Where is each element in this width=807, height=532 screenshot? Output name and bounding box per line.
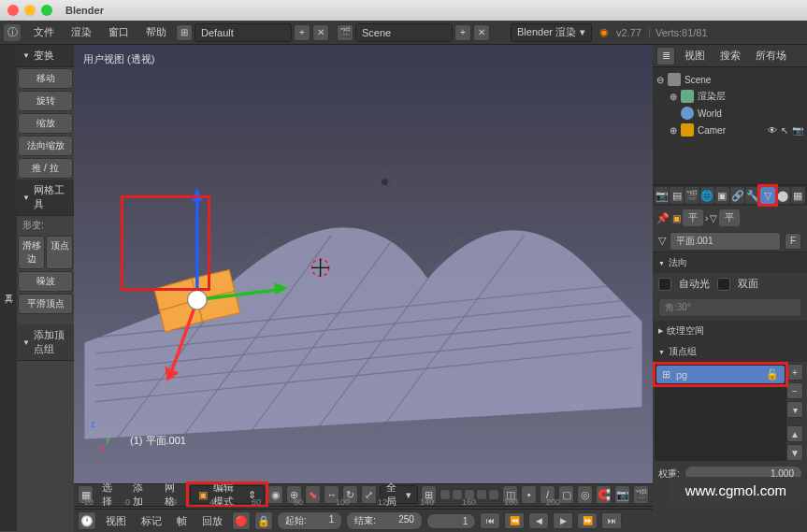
- constraints-tab-icon[interactable]: 🔗: [730, 187, 744, 204]
- maximize-window-button[interactable]: [41, 5, 52, 16]
- scene-tab-icon[interactable]: 🎬: [685, 187, 699, 204]
- jump-start-button[interactable]: ⏮: [480, 512, 500, 529]
- visibility-eye-icon[interactable]: 👁: [768, 125, 777, 136]
- outliner-world-item[interactable]: World: [656, 105, 803, 122]
- material-tab-icon[interactable]: ⬤: [776, 187, 790, 204]
- vertex-slide-button[interactable]: 顶点: [46, 236, 73, 269]
- auto-smooth-label: 自动光: [679, 277, 710, 291]
- minimize-window-button[interactable]: [24, 5, 36, 16]
- timeline-track[interactable]: -20 0 20 40 60 80 100 120 140 160 180 20…: [74, 507, 653, 510]
- fake-user-button[interactable]: F: [785, 233, 801, 250]
- close-window-button[interactable]: [7, 5, 19, 16]
- delete-layout-button[interactable]: ✕: [312, 24, 329, 41]
- normals-panel-header[interactable]: 法向: [653, 252, 807, 273]
- add-scene-button[interactable]: +: [454, 24, 471, 41]
- texture-space-panel-header[interactable]: 纹理空间: [653, 321, 807, 341]
- editor-type-outliner-icon[interactable]: ≣: [656, 47, 675, 65]
- menu-file[interactable]: 文件: [26, 22, 62, 42]
- rotate-button[interactable]: 旋转: [18, 91, 73, 111]
- outliner-camera-item[interactable]: ⊕ Camer 👁 ↖ 📷: [656, 122, 803, 138]
- shrink-fatten-button[interactable]: 法向缩放: [18, 136, 73, 156]
- data-tab-icon[interactable]: ▽: [760, 187, 774, 204]
- scene-dropdown[interactable]: Scene: [355, 23, 453, 42]
- screen-layout-dropdown[interactable]: Default: [195, 23, 292, 42]
- 3d-view-region[interactable]: z y x (1) 平面.001: [74, 74, 653, 483]
- auto-smooth-checkbox[interactable]: [658, 278, 671, 291]
- mesh-name-field[interactable]: 平面.001: [670, 232, 781, 251]
- outliner-renderlayers-item[interactable]: ⊕ 渲染层: [656, 88, 803, 105]
- keyframe-next-button[interactable]: ⏩: [577, 512, 598, 529]
- svg-point-21: [382, 179, 388, 185]
- modifiers-tab-icon[interactable]: 🔧: [745, 187, 759, 204]
- play-reverse-button[interactable]: ◀: [528, 512, 549, 529]
- pin-icon[interactable]: 📌: [656, 212, 670, 224]
- 3d-viewport[interactable]: 用户视图 (透视): [74, 45, 653, 483]
- current-frame-field[interactable]: 1: [426, 513, 477, 529]
- double-sided-checkbox[interactable]: [717, 278, 730, 291]
- menu-help[interactable]: 帮助: [138, 22, 174, 42]
- vertex-group-list[interactable]: ⊞ pg 🔓: [655, 364, 786, 461]
- outliner-tree[interactable]: ⊖ Scene ⊕ 渲染层 World ⊕ Camer 👁 ↖ 📷: [653, 67, 807, 142]
- add-vertex-group-panel[interactable]: 添加顶点组: [17, 324, 74, 361]
- datablock-name-row: ▽ 平面.001 F: [653, 230, 807, 252]
- jump-end-button[interactable]: ⏭: [601, 512, 622, 529]
- menu-render[interactable]: 渲染: [64, 22, 99, 42]
- add-layout-button[interactable]: +: [294, 24, 310, 41]
- translate-button[interactable]: 移动: [18, 68, 73, 89]
- render-tab-icon[interactable]: 📷: [655, 187, 669, 204]
- back-to-previous-icon[interactable]: ⊞: [176, 24, 193, 41]
- vertex-group-item[interactable]: ⊞ pg 🔓: [656, 366, 785, 383]
- menu-window[interactable]: 窗口: [101, 22, 137, 42]
- right-region: ≣ 视图 搜索 所有场 ⊖ Scene ⊕ 渲染层 World: [653, 45, 807, 532]
- move-up-button[interactable]: ▲: [786, 425, 803, 442]
- breadcrumb-mesh[interactable]: 平: [719, 209, 740, 226]
- breadcrumb-object[interactable]: 平: [683, 209, 703, 226]
- renderable-camera-icon[interactable]: 📷: [792, 125, 803, 136]
- outliner-view-menu[interactable]: 视图: [679, 47, 711, 65]
- edge-slide-button[interactable]: 滑移边: [18, 236, 45, 269]
- start-frame-field[interactable]: 起始:1: [277, 511, 342, 530]
- world-tab-icon[interactable]: 🌐: [700, 187, 714, 204]
- texture-tab-icon[interactable]: ▦: [791, 187, 805, 204]
- lock-icon[interactable]: 🔒: [254, 511, 273, 530]
- mesh-datablock-icon[interactable]: ▽: [658, 235, 666, 247]
- outliner-search-menu[interactable]: 搜索: [714, 47, 746, 65]
- renderlayers-icon: [681, 90, 694, 103]
- lock-icon[interactable]: 🔓: [766, 368, 779, 381]
- auto-keyframe-icon[interactable]: 🔴: [232, 511, 251, 530]
- tool-shelf: 工具 创建 UV 着色 选项 变换 移动 旋转 缩放 法向缩放 推 / 拉 网格…: [0, 45, 74, 532]
- scale-button[interactable]: 缩放: [18, 113, 73, 134]
- tl-menu-playback[interactable]: 回放: [196, 512, 228, 530]
- center-column: 用户视图 (透视): [74, 45, 653, 532]
- move-down-button[interactable]: ▼: [786, 444, 803, 461]
- outliner-filter-dropdown[interactable]: 所有场: [750, 47, 792, 65]
- tl-menu-marker[interactable]: 标记: [136, 512, 167, 530]
- object-tab-icon[interactable]: ▣: [715, 187, 729, 204]
- play-button[interactable]: ▶: [553, 512, 573, 529]
- add-vertex-group-button[interactable]: +: [786, 364, 803, 381]
- tl-menu-frame[interactable]: 帧: [171, 512, 193, 530]
- keyframe-prev-button[interactable]: ⏪: [504, 512, 525, 529]
- vertex-groups-panel-header[interactable]: 顶点组: [653, 341, 807, 362]
- delete-scene-button[interactable]: ✕: [473, 24, 490, 41]
- transform-panel-header[interactable]: 变换: [17, 45, 74, 67]
- remove-vertex-group-button[interactable]: −: [786, 382, 803, 399]
- mesh-tools-panel-header[interactable]: 网格工具: [17, 180, 74, 216]
- render-engine-dropdown[interactable]: Blender 渲染 ▾: [511, 23, 592, 42]
- push-pull-button[interactable]: 推 / 拉: [18, 158, 73, 179]
- scene-browse-icon[interactable]: 🎬: [337, 24, 353, 41]
- tool-tab-tools[interactable]: 工具: [1, 45, 17, 532]
- end-frame-field[interactable]: 结束:250: [346, 511, 422, 530]
- tl-menu-view[interactable]: 视图: [100, 512, 132, 530]
- noise-button[interactable]: 噪波: [18, 271, 73, 292]
- smooth-vertex-button[interactable]: 平滑顶点: [18, 294, 73, 314]
- selectable-cursor-icon[interactable]: ↖: [781, 125, 788, 136]
- renderlayers-tab-icon[interactable]: ▤: [670, 187, 684, 204]
- editor-type-icon[interactable]: ⓘ: [4, 24, 21, 41]
- vertex-group-specials-button[interactable]: ▾: [786, 401, 803, 418]
- chevron-down-icon: ▾: [580, 26, 585, 38]
- outliner-scene-item[interactable]: ⊖ Scene: [656, 71, 803, 88]
- editor-type-timeline-icon[interactable]: 🕐: [78, 511, 96, 530]
- tool-tab-create[interactable]: 创建: [0, 45, 1, 532]
- angle-field[interactable]: 角:30°: [658, 298, 801, 317]
